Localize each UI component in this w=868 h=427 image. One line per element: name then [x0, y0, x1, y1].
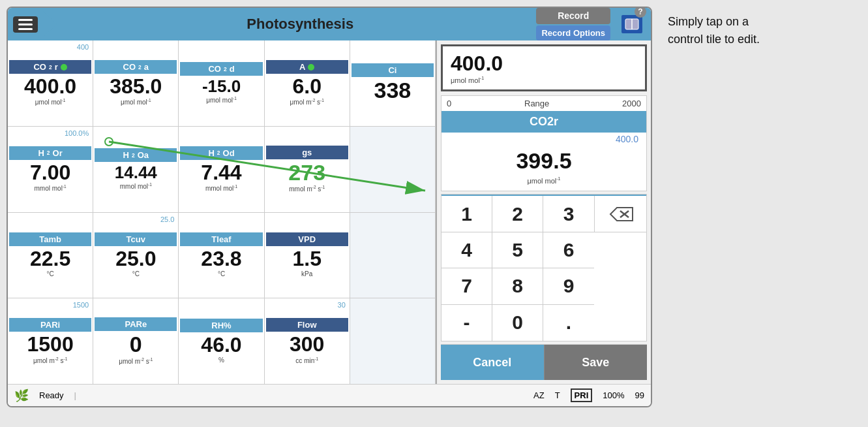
- cell-header-a: A: [266, 60, 348, 74]
- cell-flow[interactable]: Flow 30 300 cc min-1: [265, 298, 350, 384]
- cell-empty-r2: [350, 127, 435, 212]
- tcuv-value: 25.0: [115, 247, 156, 270]
- cell-header-co2d: CO2d: [180, 62, 262, 76]
- cell-co2r[interactable]: CO2r 400 400.0 μmol mol-1: [8, 40, 93, 126]
- numpad-5[interactable]: 5: [492, 232, 543, 268]
- tcuv-unit: °C: [132, 270, 140, 277]
- co2d-unit: μmol mol-1: [206, 96, 237, 104]
- edit-widget-panel: 400.0 μmol mol-1 0 Range 2000 CO2r 400.0…: [436, 40, 651, 384]
- cell-co2d[interactable]: CO2d -15.0 μmol mol-1: [179, 40, 264, 126]
- numpad-4[interactable]: 4: [441, 232, 492, 268]
- app-title: Photosynthesis: [64, 16, 536, 33]
- cell-a[interactable]: A 6.0 μmol m-2 s-1: [265, 40, 350, 126]
- range-label: Range: [524, 99, 549, 108]
- action-row: Cancel Save: [441, 344, 647, 380]
- h2or-corner: 100.0%: [65, 129, 89, 137]
- hint-line1: Simply tap on a: [668, 13, 760, 31]
- numpad-2[interactable]: 2: [492, 196, 543, 232]
- cell-tcuv[interactable]: Tcuv 25.0 25.0 °C: [93, 213, 179, 298]
- tleaf-unit: °C: [218, 270, 225, 277]
- zoom-level: 100%: [603, 390, 624, 400]
- cell-tamb[interactable]: Tamb 22.5 °C: [8, 213, 93, 298]
- co2r-unit: μmol mol-1: [35, 98, 66, 106]
- a-value: 6.0: [292, 75, 321, 98]
- co2r-setpoint: 400.0: [441, 133, 646, 146]
- cell-header-co2a: CO2a: [95, 60, 177, 74]
- cell-empty-r4: [350, 298, 435, 384]
- menu-button[interactable]: [13, 16, 38, 33]
- help-book-icon: [621, 15, 642, 33]
- cell-h2oa[interactable]: H2Oa 14.44 mmol mol-1: [93, 127, 179, 212]
- leaf-icon: 🌿: [14, 388, 29, 403]
- numpad-grid: 1 2 3 4 5 6 7 8 9 - 0 .: [441, 195, 594, 341]
- cell-vpd[interactable]: VPD 1.5 kPa: [265, 213, 350, 298]
- cell-h2or[interactable]: H2Or 100.0% 7.00 mmol mol-1: [8, 127, 93, 212]
- cell-header-pare: PARe: [95, 317, 177, 331]
- hint-line2: control tile to edit.: [668, 31, 760, 48]
- help-icon[interactable]: [618, 10, 646, 38]
- numpad-6[interactable]: 6: [543, 232, 594, 268]
- grid-row-2: H2Or 100.0% 7.00 mmol mol-1 H2Oa 14.44 m…: [8, 127, 435, 213]
- backspace-spacer: [594, 232, 646, 341]
- grid-row-1: CO2r 400 400.0 μmol mol-1 CO2a 385.0 μmo…: [8, 40, 435, 127]
- record-button[interactable]: Record: [536, 8, 610, 24]
- h2oa-unit: mmol mol-1: [120, 182, 152, 190]
- a-dot: [308, 64, 314, 71]
- pari-corner: 1500: [73, 301, 89, 309]
- co2a-value: 385.0: [110, 75, 162, 98]
- tamb-unit: °C: [46, 270, 53, 277]
- cell-h2od[interactable]: H2Od 7.44 mmol mol-1: [179, 127, 264, 212]
- side-info: Simply tap on a control tile to edit.: [659, 0, 769, 61]
- arrow-decoration: [43, 11, 57, 37]
- cell-tleaf[interactable]: Tleaf 23.8 °C: [179, 213, 264, 298]
- top-bar: Photosynthesis Record Record Options: [8, 8, 651, 40]
- flow-unit: cc min-1: [295, 356, 318, 364]
- tleaf-value: 23.8: [201, 247, 241, 270]
- pari-value: 1500: [27, 333, 74, 356]
- pare-value: 0: [130, 332, 142, 356]
- co2r-value: 400.0: [24, 75, 76, 98]
- numpad-dot[interactable]: .: [543, 305, 594, 341]
- cell-header-flow: Flow: [266, 318, 348, 332]
- cell-header-rh: RH%: [180, 319, 262, 332]
- co2r-corner: 400: [77, 43, 89, 51]
- cell-header-tcuv: Tcuv: [95, 232, 177, 246]
- cell-header-h2oa: H2Oa: [95, 148, 177, 162]
- h2or-value: 7.00: [30, 161, 70, 184]
- cell-ci[interactable]: Ci 338: [350, 40, 435, 126]
- cell-empty-r3: [350, 213, 435, 298]
- gs-unit: mmol m-2 s-1: [289, 185, 325, 193]
- cell-pare[interactable]: PARe 0 μmol m-2 s-1: [93, 298, 179, 384]
- numpad-7[interactable]: 7: [441, 268, 492, 304]
- edit-display-unit: μmol mol-1: [451, 76, 637, 84]
- numpad-3[interactable]: 3: [543, 196, 594, 232]
- vpd-unit: kPa: [301, 270, 312, 277]
- az-indicator: AZ: [533, 390, 545, 400]
- cell-gs[interactable]: gs 273 mmol m-2 s-1: [265, 127, 350, 212]
- cell-header-tamb: Tamb: [9, 232, 91, 246]
- numpad-minus[interactable]: -: [441, 305, 492, 341]
- grid-row-4: PARi 1500 1500 μmol m-2 s-1 PARe 0 μmol …: [8, 298, 435, 384]
- numpad-9[interactable]: 9: [543, 268, 594, 304]
- co2d-value: -15.0: [202, 77, 241, 96]
- numpad-0[interactable]: 0: [492, 305, 543, 341]
- co2r-current-value: 399.5: [441, 146, 646, 176]
- cell-co2a[interactable]: CO2a 385.0 μmol mol-1: [93, 40, 179, 126]
- h2oa-value: 14.44: [115, 163, 157, 182]
- cell-rh[interactable]: RH% 46.0 %: [179, 298, 264, 384]
- h2od-unit: mmol mol-1: [205, 184, 237, 192]
- flow-corner: 30: [338, 301, 346, 309]
- cell-pari[interactable]: PARi 1500 1500 μmol m-2 s-1: [8, 298, 93, 384]
- record-options-button[interactable]: Record Options: [536, 25, 610, 41]
- record-area: Record Record Options: [536, 8, 610, 40]
- a-unit: μmol m-2 s-1: [290, 98, 324, 106]
- numpad-1[interactable]: 1: [441, 196, 492, 232]
- backspace-button[interactable]: [594, 196, 646, 232]
- save-button[interactable]: Save: [545, 345, 648, 380]
- numpad-8[interactable]: 8: [492, 268, 543, 304]
- tamb-value: 22.5: [30, 247, 70, 270]
- cancel-button[interactable]: Cancel: [441, 345, 545, 380]
- cell-header-vpd: VPD: [266, 232, 348, 246]
- tcuv-corner: 25.0: [160, 215, 174, 223]
- gs-value: 273: [288, 161, 325, 185]
